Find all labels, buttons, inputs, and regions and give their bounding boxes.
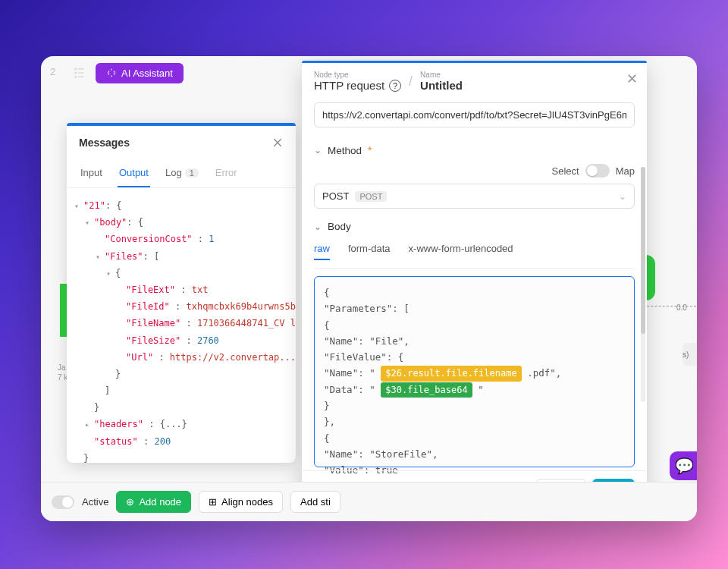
body-section-toggle[interactable]: ⌄ Body	[314, 215, 635, 238]
align-icon: ⊞	[209, 496, 217, 508]
method-pill: POST	[355, 191, 387, 202]
canvas-edge	[643, 306, 696, 307]
map-map-label: Map	[616, 165, 635, 177]
svg-point-0	[75, 68, 77, 70]
variable-chip-filename[interactable]: $26.result.file.filename	[381, 366, 521, 381]
method-value: POST	[322, 190, 349, 202]
body-editor[interactable]: { "Parameters": [ { "Name": "File", "Fil…	[314, 276, 635, 467]
method-label: Method	[328, 145, 362, 156]
node-type-value: HTTP request ?	[314, 79, 401, 92]
svg-point-1	[75, 72, 77, 74]
active-toggle[interactable]	[52, 495, 74, 509]
scrollbar[interactable]	[641, 167, 645, 402]
breadcrumb-sep: /	[409, 74, 413, 90]
tab-input[interactable]: Input	[79, 159, 104, 187]
tab-indicator: 2	[50, 66, 64, 80]
add-sticky-button[interactable]: Add sti	[290, 491, 340, 513]
body-label: Body	[328, 221, 351, 232]
svg-point-2	[75, 77, 77, 78]
tab-output[interactable]: Output	[118, 159, 150, 187]
node-name[interactable]: Untitled	[420, 79, 463, 92]
body-tab-urlencoded[interactable]: x-www-form-urlencoded	[409, 243, 513, 260]
output-json-tree[interactable]: ▾"21": { ▾"body": { "ConversionCost" : 1…	[67, 188, 296, 463]
body-tab-raw[interactable]: raw	[314, 243, 330, 260]
plus-icon: ⊕	[126, 496, 134, 508]
method-section-toggle[interactable]: ⌄ Method *	[314, 138, 635, 162]
chevron-down-icon: ⌄	[619, 191, 626, 202]
body-tab-form-data[interactable]: form-data	[348, 243, 391, 260]
chevron-down-icon: ⌄	[314, 145, 322, 156]
chevron-down-icon: ⌄	[314, 222, 322, 232]
url-input[interactable]	[314, 102, 635, 127]
name-label: Name	[420, 71, 463, 79]
map-toggle[interactable]	[585, 164, 610, 178]
messages-tabs: Input Output Log 1 Error	[67, 159, 296, 188]
http-request-panel: ✕ Node type HTTP request ? / Name Untitl…	[302, 61, 647, 508]
node-type-label: Node type	[314, 71, 401, 79]
add-node-button[interactable]: ⊕ Add node	[116, 491, 191, 513]
log-count-badge: 1	[185, 168, 199, 178]
tab-error[interactable]: Error	[214, 159, 239, 187]
messages-panel: Messages Input Output Log 1 Error ▾"21":…	[67, 123, 296, 463]
map-select-label: Select	[552, 165, 579, 177]
close-icon[interactable]	[271, 137, 284, 149]
chat-icon: 💬	[675, 457, 694, 475]
canvas-edge-label: 0.0	[676, 303, 687, 312]
variable-chip-filedata[interactable]: $30.file_base64	[381, 382, 472, 398]
active-label: Active	[82, 496, 108, 508]
chat-bubble-button[interactable]: 💬	[670, 451, 697, 480]
align-nodes-button[interactable]: ⊞ Align nodes	[199, 491, 283, 513]
close-icon[interactable]: ✕	[626, 71, 638, 87]
footer-bar: Active ⊕ Add node ⊞ Align nodes Add sti	[41, 482, 697, 521]
messages-title: Messages	[79, 137, 130, 149]
help-icon[interactable]: ?	[389, 80, 401, 92]
method-select[interactable]: POST POST ⌄	[314, 184, 635, 209]
settings-icon[interactable]	[73, 66, 86, 80]
canvas-partial-node: s)	[682, 343, 697, 366]
tab-log[interactable]: Log 1	[164, 159, 200, 187]
